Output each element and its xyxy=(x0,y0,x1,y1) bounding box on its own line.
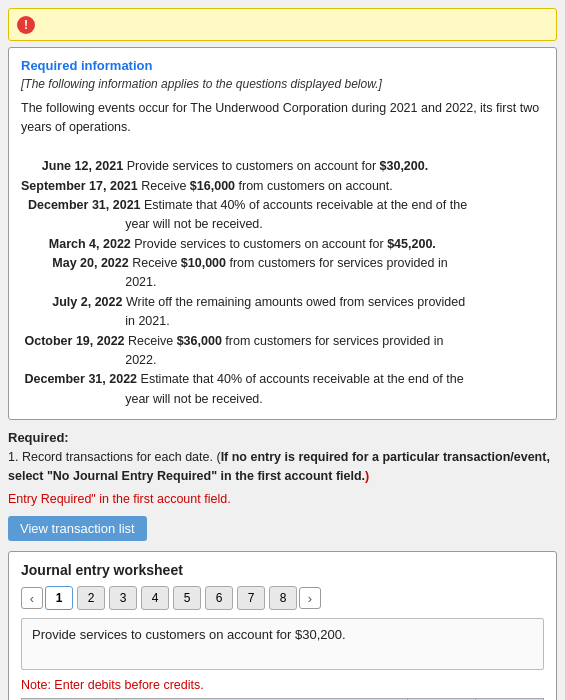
event-4: March 4, 2022 Provide services to custom… xyxy=(21,237,436,251)
transaction-description: Provide services to customers on account… xyxy=(21,618,544,670)
required-info-box: Required information [The following info… xyxy=(8,47,557,420)
alert-icon: ! xyxy=(17,16,35,34)
tab-prev-button[interactable]: ‹ xyxy=(21,587,43,609)
event-3: December 31, 2021 Estimate that 40% of a… xyxy=(21,198,467,231)
event-7: October 19, 2022 Receive $36,000 from cu… xyxy=(21,334,443,367)
event-2: September 17, 2021 Receive $16,000 from … xyxy=(21,179,393,193)
event-5: May 20, 2022 Receive $10,000 from custom… xyxy=(21,256,448,289)
tab-3-button[interactable]: 3 xyxy=(109,586,137,610)
info-body: The following events occur for The Under… xyxy=(21,99,544,409)
required-section: Required: 1. Record transactions for eac… xyxy=(8,430,557,508)
required-info-title: Required information xyxy=(21,58,544,73)
tab-next-button[interactable]: › xyxy=(299,587,321,609)
worksheet-title: Journal entry worksheet xyxy=(21,562,544,578)
worksheet-box: Journal entry worksheet ‹ 1 2 3 4 5 6 7 … xyxy=(8,551,557,700)
alert-banner: ! xyxy=(8,8,557,41)
tab-7-button[interactable]: 7 xyxy=(237,586,265,610)
required-label: Required: xyxy=(8,430,557,445)
required-desc-normal: 1. Record transactions for each date. ( xyxy=(8,450,221,464)
intro-text: The following events occur for The Under… xyxy=(21,101,539,134)
tab-5-button[interactable]: 5 xyxy=(173,586,201,610)
event-1: June 12, 2021 Provide services to custom… xyxy=(21,159,428,173)
event-8: December 31, 2022 Estimate that 40% of a… xyxy=(21,372,464,405)
required-red-text: Entry Required" in the first account fie… xyxy=(8,492,231,506)
note-text: Note: Enter debits before credits. xyxy=(21,678,544,692)
required-desc: 1. Record transactions for each date. (I… xyxy=(8,448,557,486)
view-transaction-button[interactable]: View transaction list xyxy=(8,516,147,541)
required-info-subtitle: [The following information applies to th… xyxy=(21,77,544,91)
required-desc-2: Entry Required" in the first account fie… xyxy=(8,490,557,509)
event-6: July 2, 2022 Write off the remaining amo… xyxy=(21,295,465,328)
tab-6-button[interactable]: 6 xyxy=(205,586,233,610)
tab-nav: ‹ 1 2 3 4 5 6 7 8 › xyxy=(21,586,544,610)
tab-8-button[interactable]: 8 xyxy=(269,586,297,610)
page-wrapper: ! Required information [The following in… xyxy=(0,0,565,700)
tab-2-button[interactable]: 2 xyxy=(77,586,105,610)
tab-1-button[interactable]: 1 xyxy=(45,586,73,610)
required-desc-red: ) xyxy=(365,469,369,483)
tab-4-button[interactable]: 4 xyxy=(141,586,169,610)
